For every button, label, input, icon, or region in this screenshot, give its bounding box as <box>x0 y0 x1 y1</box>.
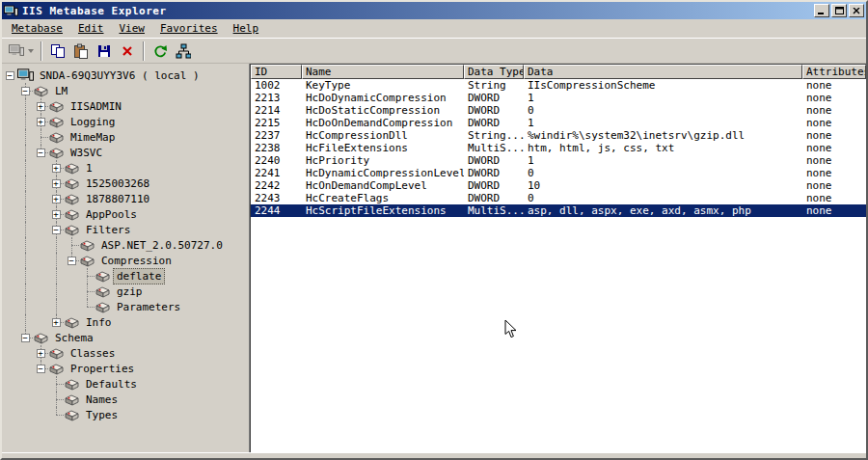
cell-name: HcDoOnDemandCompression <box>302 117 464 129</box>
table-row[interactable]: 2237HcCompressionDllString...%windir%\sy… <box>251 129 866 142</box>
network-button[interactable] <box>172 41 195 62</box>
tree-item-parameters[interactable]: Parameters <box>2 299 247 314</box>
tree-item-asp-net-2-0-50727-0[interactable]: ASP.NET_2.0.50727.0 <box>2 237 247 253</box>
expand-toggle-icon[interactable]: + <box>52 195 61 203</box>
table-row[interactable]: 2241HcDynamicCompressionLevelDWORD0none <box>251 167 866 179</box>
tree-item-1878807110[interactable]: +1878807110 <box>2 191 247 206</box>
paste-button[interactable] <box>69 41 93 62</box>
tree-guide <box>48 253 64 268</box>
tree-item-names[interactable]: Names <box>2 392 247 407</box>
collapse-toggle-icon[interactable]: − <box>68 257 76 265</box>
cell-name: HcDoStaticCompression <box>302 104 464 117</box>
tree-item-w3svc[interactable]: −W3SVC <box>2 145 247 160</box>
tree-item-logging[interactable]: +Logging <box>2 114 247 129</box>
tree-guide <box>17 376 33 392</box>
cell-attributes: none <box>802 129 866 142</box>
tree-guide <box>33 222 48 237</box>
expand-toggle-icon[interactable]: + <box>37 349 45 358</box>
cell-data-type: DWORD <box>464 154 524 167</box>
cell-data: htm, html, js, css, txt <box>524 142 802 154</box>
tree-item-label: Compression <box>97 253 176 269</box>
refresh-button[interactable] <box>149 41 172 62</box>
tree-item-schema[interactable]: −Schema <box>2 330 247 345</box>
tree-item-compression[interactable]: −Compression <box>2 253 247 268</box>
tree-item-gzip[interactable]: gzip <box>2 284 247 299</box>
menu-metabase[interactable]: Metabase <box>4 20 70 37</box>
tree-item-label: AppPools <box>82 206 141 223</box>
table-row[interactable]: 2238HcFileExtensionsMultiS...htm, html, … <box>251 142 866 154</box>
tree-item-defaults[interactable]: Defaults <box>2 376 247 392</box>
collapse-toggle-icon[interactable]: − <box>37 149 45 157</box>
tree-item-1525003268[interactable]: +1525003268 <box>2 176 247 191</box>
minimize-button[interactable] <box>814 4 829 17</box>
column-header-data[interactable]: Data <box>524 65 802 79</box>
table-row[interactable]: 2215HcDoOnDemandCompressionDWORD1none <box>251 117 866 129</box>
cell-name: HcFileExtensions <box>302 142 464 154</box>
tree-item-lm[interactable]: −LM <box>2 83 247 98</box>
delete-button[interactable] <box>116 41 139 62</box>
metabase-node-icon <box>48 114 67 129</box>
tree-item-label: Filters <box>82 222 134 238</box>
tree-connector: + <box>48 314 64 330</box>
expand-toggle-icon[interactable]: + <box>52 179 61 188</box>
collapse-toggle-icon[interactable]: − <box>37 365 45 373</box>
cell-data-type: MultiS... <box>464 142 524 154</box>
table-body: 1002KeyTypeStringIIsCompressionSchemenon… <box>251 79 866 452</box>
collapse-toggle-icon[interactable]: − <box>21 87 30 95</box>
tree-item-types[interactable]: Types <box>2 407 247 422</box>
column-header-name[interactable]: Name <box>302 65 464 79</box>
expand-toggle-icon[interactable]: + <box>52 210 61 219</box>
column-header-data-type[interactable]: Data Type <box>464 65 524 79</box>
collapse-toggle-icon[interactable]: − <box>21 334 30 342</box>
cell-data: 0 <box>524 167 802 179</box>
app-icon <box>4 4 19 17</box>
table-row[interactable]: 1002KeyTypeStringIIsCompressionSchemenon… <box>251 79 866 92</box>
table-row[interactable]: 2243HcCreateFlagsDWORD0none <box>251 192 866 204</box>
tree-item-info[interactable]: +Info <box>2 314 247 330</box>
tree-guide <box>48 299 64 314</box>
save-button[interactable] <box>93 41 116 62</box>
column-header-attributes[interactable]: Attributes <box>802 65 866 79</box>
table-row[interactable]: 2213HcDoDynamicCompressionDWORD1none <box>251 92 866 104</box>
tree-line <box>87 291 95 292</box>
tree-line <box>56 392 57 399</box>
expand-toggle-icon[interactable]: + <box>37 102 45 111</box>
table-row[interactable]: 2242HcOnDemandCompLevelDWORD10none <box>251 179 866 192</box>
collapse-toggle-icon[interactable]: − <box>6 71 14 80</box>
tree-item-apppools[interactable]: +AppPools <box>2 206 247 222</box>
tree-item-label: LM <box>51 83 71 99</box>
tree-item-classes[interactable]: +Classes <box>2 345 247 361</box>
tree-item-properties[interactable]: −Properties <box>2 361 247 376</box>
tree-item-label: Info <box>82 314 116 331</box>
copy-button[interactable] <box>46 41 69 62</box>
expand-toggle-icon[interactable]: + <box>52 164 61 173</box>
table-row[interactable]: 2244HcScriptFileExtensionsMultiS...asp, … <box>251 204 866 217</box>
tree-line <box>71 245 72 253</box>
close-button[interactable] <box>849 4 864 17</box>
tree-line <box>71 237 72 245</box>
connect-button[interactable] <box>6 41 37 62</box>
expand-toggle-icon[interactable]: + <box>37 118 45 126</box>
metabase-node-icon <box>95 299 113 314</box>
menu-view[interactable]: View <box>111 20 152 37</box>
tree-item-1[interactable]: +1 <box>2 160 247 176</box>
menu-favorites[interactable]: Favorites <box>152 20 226 37</box>
tree-line <box>56 376 57 384</box>
table-row[interactable]: 2214HcDoStaticCompressionDWORD0none <box>251 104 866 117</box>
tree-item-deflate[interactable]: deflate <box>2 268 247 284</box>
menu-edit[interactable]: Edit <box>70 20 112 37</box>
maximize-button[interactable] <box>831 4 847 17</box>
table-row[interactable]: 2240HcPriorityDWORD1none <box>251 154 866 167</box>
expand-toggle-icon[interactable]: + <box>52 318 61 327</box>
tree-item-label: Types <box>82 407 122 423</box>
tree-item-snda-69q3uyy3v6-local[interactable]: −SNDA-69Q3UYY3V6 ( local ) <box>2 68 247 83</box>
cell-id: 2244 <box>251 204 302 217</box>
tree-guide <box>33 392 48 407</box>
cell-name: KeyType <box>302 79 464 92</box>
column-header-id[interactable]: ID <box>251 65 302 79</box>
tree-item-mimemap[interactable]: MimeMap <box>2 129 247 145</box>
collapse-toggle-icon[interactable]: − <box>52 226 61 234</box>
tree-item-filters[interactable]: −Filters <box>2 222 247 237</box>
menu-help[interactable]: Help <box>226 20 267 37</box>
tree-item-iisadmin[interactable]: +IISADMIN <box>2 98 247 114</box>
